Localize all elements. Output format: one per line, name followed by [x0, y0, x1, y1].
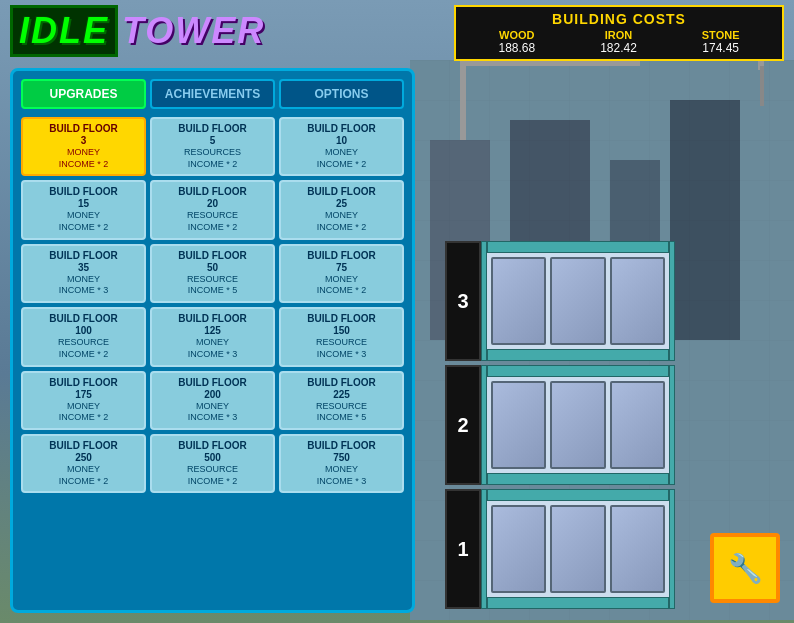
main-panel: UPGRADES ACHIEVEMENTS OPTIONS BUILD FLOO…	[10, 68, 415, 613]
upgrade-btn-16[interactable]: BUILD FLOOR500RESOURCE INCOME * 2	[150, 434, 275, 493]
floor-windows-2	[487, 377, 669, 473]
floor-building-2	[487, 365, 669, 485]
build-icon: 🔧	[728, 552, 763, 585]
tabs: UPGRADES ACHIEVEMENTS OPTIONS	[21, 79, 404, 109]
floor-building-3	[487, 241, 669, 361]
upgrade-detail-3: MONEY INCOME * 2	[59, 210, 109, 233]
upgrade-num-0: 3	[81, 135, 87, 147]
upgrade-title-0: BUILD FLOOR	[49, 123, 117, 135]
upgrade-title-15: BUILD FLOOR	[49, 440, 117, 452]
upgrade-detail-6: MONEY INCOME * 3	[59, 274, 109, 297]
floor-top-3	[487, 241, 669, 253]
upgrade-num-11: 150	[333, 325, 350, 337]
stone-cost: STONE 174.45	[702, 29, 740, 55]
upgrade-detail-10: MONEY INCOME * 3	[188, 337, 238, 360]
upgrade-title-3: BUILD FLOOR	[49, 186, 117, 198]
upgrade-num-6: 35	[78, 262, 89, 274]
upgrade-btn-2[interactable]: BUILD FLOOR10MONEY INCOME * 2	[279, 117, 404, 176]
upgrade-num-9: 100	[75, 325, 92, 337]
tab-achievements[interactable]: ACHIEVEMENTS	[150, 79, 275, 109]
tab-options[interactable]: OPTIONS	[279, 79, 404, 109]
upgrade-title-17: BUILD FLOOR	[307, 440, 375, 452]
floor-number-3: 3	[445, 241, 481, 361]
upgrade-detail-14: RESOURCE INCOME * 5	[316, 401, 367, 424]
upgrade-btn-7[interactable]: BUILD FLOOR50RESOURCE INCOME * 5	[150, 244, 275, 303]
floor-side-right-3	[669, 241, 675, 361]
upgrade-btn-0[interactable]: BUILD FLOOR3MONEY INCOME * 2	[21, 117, 146, 176]
upgrade-btn-14[interactable]: BUILD FLOOR225RESOURCE INCOME * 5	[279, 371, 404, 430]
upgrade-btn-12[interactable]: BUILD FLOOR175MONEY INCOME * 2	[21, 371, 146, 430]
window-1-1	[491, 505, 546, 593]
upgrade-detail-13: MONEY INCOME * 3	[188, 401, 238, 424]
upgrade-title-10: BUILD FLOOR	[178, 313, 246, 325]
window-3-3	[610, 257, 665, 345]
upgrade-btn-11[interactable]: BUILD FLOOR150RESOURCE INCOME * 3	[279, 307, 404, 366]
upgrade-num-13: 200	[204, 389, 221, 401]
upgrade-title-6: BUILD FLOOR	[49, 250, 117, 262]
upgrade-btn-3[interactable]: BUILD FLOOR15MONEY INCOME * 2	[21, 180, 146, 239]
upgrade-detail-0: MONEY INCOME * 2	[59, 147, 109, 170]
tower-section: 1 2	[415, 68, 790, 613]
upgrade-detail-16: RESOURCE INCOME * 2	[187, 464, 238, 487]
floor-building-1	[487, 489, 669, 609]
upgrade-title-5: BUILD FLOOR	[307, 186, 375, 198]
upgrade-btn-4[interactable]: BUILD FLOOR20RESOURCE INCOME * 2	[150, 180, 275, 239]
upgrade-num-2: 10	[336, 135, 347, 147]
upgrade-num-16: 500	[204, 452, 221, 464]
upgrade-detail-11: RESOURCE INCOME * 3	[316, 337, 367, 360]
floor-number-1: 1	[445, 489, 481, 609]
upgrade-btn-15[interactable]: BUILD FLOOR250MONEY INCOME * 2	[21, 434, 146, 493]
upgrade-title-11: BUILD FLOOR	[307, 313, 375, 325]
upgrade-num-4: 20	[207, 198, 218, 210]
upgrade-num-10: 125	[204, 325, 221, 337]
upgrade-num-5: 25	[336, 198, 347, 210]
logo: IDLE TOWER	[10, 5, 265, 57]
upgrade-title-9: BUILD FLOOR	[49, 313, 117, 325]
floor-top-1	[487, 489, 669, 501]
upgrade-btn-1[interactable]: BUILD FLOOR5RESOURCES INCOME * 2	[150, 117, 275, 176]
upgrade-title-4: BUILD FLOOR	[178, 186, 246, 198]
stone-label: STONE	[702, 29, 740, 41]
upgrade-detail-17: MONEY INCOME * 3	[317, 464, 367, 487]
window-3-1	[610, 505, 665, 593]
upgrade-num-14: 225	[333, 389, 350, 401]
upgrade-detail-5: MONEY INCOME * 2	[317, 210, 367, 233]
floor-bottom-2	[487, 473, 669, 485]
upgrade-btn-17[interactable]: BUILD FLOOR750MONEY INCOME * 3	[279, 434, 404, 493]
upgrade-num-17: 750	[333, 452, 350, 464]
build-button[interactable]: 🔧	[710, 533, 780, 603]
window-3-2	[610, 381, 665, 469]
building-costs-panel: BUILDING COSTS WOOD 188.68 IRON 182.42 S…	[454, 5, 784, 61]
floor-bottom-1	[487, 597, 669, 609]
floor-3: 3	[445, 241, 675, 361]
upgrade-num-8: 75	[336, 262, 347, 274]
tab-upgrades[interactable]: UPGRADES	[21, 79, 146, 109]
upgrade-num-12: 175	[75, 389, 92, 401]
upgrade-num-3: 15	[78, 198, 89, 210]
upgrade-num-7: 50	[207, 262, 218, 274]
floor-side-right-1	[669, 489, 675, 609]
upgrade-btn-5[interactable]: BUILD FLOOR25MONEY INCOME * 2	[279, 180, 404, 239]
window-1-3	[491, 257, 546, 345]
upgrade-title-12: BUILD FLOOR	[49, 377, 117, 389]
upgrade-title-14: BUILD FLOOR	[307, 377, 375, 389]
upgrade-btn-9[interactable]: BUILD FLOOR100RESOURCE INCOME * 2	[21, 307, 146, 366]
upgrade-title-2: BUILD FLOOR	[307, 123, 375, 135]
iron-label: IRON	[600, 29, 637, 41]
upgrade-title-8: BUILD FLOOR	[307, 250, 375, 262]
tower-container: 1 2	[445, 241, 675, 613]
building-costs-title: BUILDING COSTS	[466, 11, 772, 27]
upgrade-btn-13[interactable]: BUILD FLOOR200MONEY INCOME * 3	[150, 371, 275, 430]
upgrade-detail-7: RESOURCE INCOME * 5	[187, 274, 238, 297]
costs-row: WOOD 188.68 IRON 182.42 STONE 174.45	[466, 29, 772, 55]
stone-value: 174.45	[702, 41, 740, 55]
upgrade-btn-10[interactable]: BUILD FLOOR125MONEY INCOME * 3	[150, 307, 275, 366]
upgrade-num-1: 5	[210, 135, 216, 147]
window-2-2	[550, 381, 605, 469]
floor-number-2: 2	[445, 365, 481, 485]
upgrade-title-1: BUILD FLOOR	[178, 123, 246, 135]
floor-top-2	[487, 365, 669, 377]
upgrade-btn-6[interactable]: BUILD FLOOR35MONEY INCOME * 3	[21, 244, 146, 303]
upgrade-btn-8[interactable]: BUILD FLOOR75MONEY INCOME * 2	[279, 244, 404, 303]
upgrade-title-13: BUILD FLOOR	[178, 377, 246, 389]
